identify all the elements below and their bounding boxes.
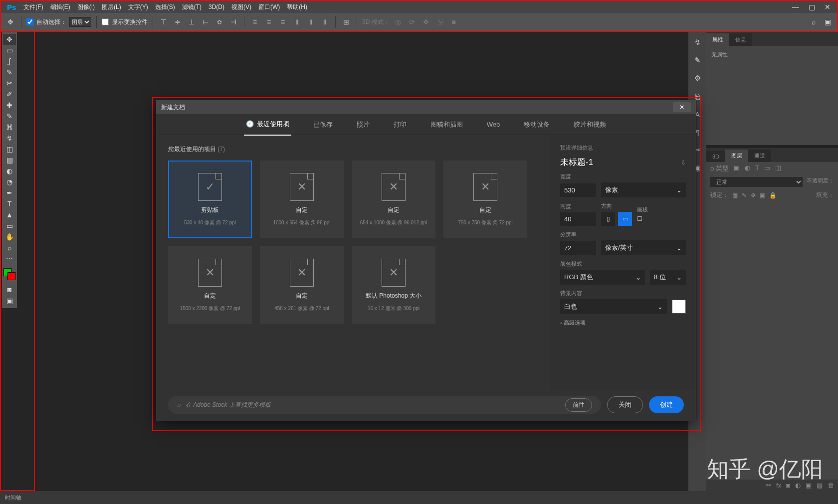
close-button[interactable]: 关闭 xyxy=(607,396,643,413)
tab-web[interactable]: Web xyxy=(485,115,502,134)
preset-card[interactable]: ✕ 自定 458 x 261 像素 @ 72 ppi xyxy=(260,246,344,324)
3d-slide-icon[interactable]: ⇲ xyxy=(434,16,445,27)
align-top-icon[interactable]: ⊤ xyxy=(158,16,169,27)
preset-card[interactable]: ✕ 默认 Photoshop 大小 16 x 12 厘米 @ 300 ppi xyxy=(352,246,435,324)
create-button[interactable]: 创建 xyxy=(649,396,684,413)
menu-window[interactable]: 窗口(W) xyxy=(255,3,283,11)
timeline-label[interactable]: 时间轴 xyxy=(5,494,21,502)
blur-tool-icon[interactable]: ◐ xyxy=(3,166,16,176)
lasso-tool-icon[interactable]: ʆ xyxy=(3,56,16,67)
filter-smart-icon[interactable]: ◫ xyxy=(775,164,781,173)
artboard-checkbox[interactable]: ☐ xyxy=(637,215,648,222)
eyedropper-tool-icon[interactable]: ✐ xyxy=(3,89,16,100)
distribute-right-icon[interactable]: ⦀ xyxy=(319,16,330,27)
color-depth-select[interactable]: 8 位⌄ xyxy=(650,270,686,285)
align-left-icon[interactable]: ⊢ xyxy=(200,16,211,27)
show-transform-checkbox[interactable] xyxy=(102,18,109,25)
orient-portrait[interactable]: ▯ xyxy=(601,212,615,226)
window-close-icon[interactable]: ✕ xyxy=(820,3,835,11)
menu-help[interactable]: 帮助(H) xyxy=(283,3,311,11)
tab-3d[interactable]: 3D xyxy=(706,151,725,162)
lock-pixels-icon[interactable]: ✎ xyxy=(742,192,747,199)
quick-select-tool-icon[interactable]: ✎ xyxy=(3,67,16,78)
menu-filter[interactable]: 滤镜(T) xyxy=(179,3,205,11)
tab-recent[interactable]: 🕘最近使用项 xyxy=(244,114,291,136)
preset-card[interactable]: ✕ 自定 750 x 750 像素 @ 72 ppi xyxy=(443,161,527,238)
align-bottom-icon[interactable]: ⊥ xyxy=(186,16,197,27)
distribute-vcenter-icon[interactable]: ≡ xyxy=(263,16,274,27)
auto-select-target[interactable]: 图层 xyxy=(69,17,91,27)
stock-search[interactable]: ⌕ 在 Adobe Stock 上查找更多模板 前往 xyxy=(168,396,601,414)
tab-layers[interactable]: 图层 xyxy=(725,150,748,162)
screen-mode-icon[interactable]: ▣ xyxy=(3,295,16,306)
tab-info[interactable]: 信息 xyxy=(729,33,752,46)
resolution-unit-select[interactable]: 像素/英寸⌄ xyxy=(601,240,686,255)
tab-mobile[interactable]: 移动设备 xyxy=(522,114,552,135)
filter-pixel-icon[interactable]: ▣ xyxy=(734,164,740,173)
3d-zoom-icon[interactable]: ■ xyxy=(448,16,459,27)
color-swatch[interactable] xyxy=(3,268,15,280)
workspace-icon[interactable]: ▣ xyxy=(822,16,833,27)
type-tool-icon[interactable]: T xyxy=(3,198,16,209)
resolution-input[interactable] xyxy=(560,241,596,255)
preset-card[interactable]: ✕ 自定 1000 x 654 像素 @ 96 ppi xyxy=(260,161,344,238)
preset-card[interactable]: ✕ 自定 654 x 1000 像素 @ 96.012 ppi xyxy=(352,161,435,238)
lock-artboard-icon[interactable]: ▣ xyxy=(760,192,765,199)
auto-align-icon[interactable]: ⊞ xyxy=(341,16,352,27)
height-input[interactable] xyxy=(560,212,596,226)
menu-file[interactable]: 文件(F) xyxy=(20,3,46,11)
dialog-close-icon[interactable]: ✕ xyxy=(673,102,691,112)
history-brush-tool-icon[interactable]: ↯ xyxy=(3,133,16,144)
align-hcenter-icon[interactable]: ≎ xyxy=(214,16,225,27)
filter-shape-icon[interactable]: ▭ xyxy=(764,164,770,173)
doc-name[interactable]: 未标题-1 xyxy=(560,157,593,168)
tab-print[interactable]: 打印 xyxy=(392,114,409,135)
filter-kind-select[interactable]: ρ 类型 xyxy=(710,164,729,173)
lock-transparent-icon[interactable]: ▦ xyxy=(732,192,738,199)
search-icon[interactable]: ⌕ xyxy=(808,16,819,27)
distribute-top-icon[interactable]: ≡ xyxy=(249,16,260,27)
healing-tool-icon[interactable]: ✚ xyxy=(3,100,16,111)
brush-panel-icon[interactable]: ✎ xyxy=(692,55,703,66)
3d-orbit-icon[interactable]: ◎ xyxy=(393,16,404,27)
tab-photo[interactable]: 照片 xyxy=(355,114,372,135)
eraser-tool-icon[interactable]: ◫ xyxy=(3,144,16,155)
brush-settings-icon[interactable]: ⚙ xyxy=(692,73,703,84)
preset-card[interactable]: ✕ 自定 1500 x 2200 像素 @ 72 ppi xyxy=(168,246,252,324)
filter-type-icon[interactable]: T xyxy=(755,164,759,173)
move-tool-icon[interactable]: ✥ xyxy=(5,16,16,27)
marquee-tool-icon[interactable]: ▭ xyxy=(3,45,16,56)
save-preset-icon[interactable]: ⇩ xyxy=(681,159,686,166)
color-mode-select[interactable]: RGB 颜色⌄ xyxy=(560,270,645,285)
tab-channels[interactable]: 通道 xyxy=(748,150,771,162)
window-maximize-icon[interactable]: ▢ xyxy=(804,3,819,11)
path-select-tool-icon[interactable]: ▲ xyxy=(3,209,16,220)
menu-image[interactable]: 图像(I) xyxy=(74,3,98,11)
window-minimize-icon[interactable]: — xyxy=(788,3,803,11)
align-right-icon[interactable]: ⊣ xyxy=(228,16,239,27)
menu-select[interactable]: 选择(S) xyxy=(152,3,179,11)
move-tool-icon[interactable]: ✥ xyxy=(3,34,16,45)
gradient-tool-icon[interactable]: ▤ xyxy=(3,155,16,166)
brush-tool-icon[interactable]: ✎ xyxy=(3,111,16,122)
tab-properties[interactable]: 属性 xyxy=(706,33,729,46)
menu-layer[interactable]: 图层(L) xyxy=(98,3,125,11)
delete-layer-icon[interactable]: 🗑 xyxy=(828,482,834,489)
lock-all-icon[interactable]: 🔒 xyxy=(769,192,777,199)
distribute-hcenter-icon[interactable]: ⦀ xyxy=(305,16,316,27)
align-vcenter-icon[interactable]: ≑ xyxy=(172,16,183,27)
shape-tool-icon[interactable]: ▭ xyxy=(3,220,16,231)
history-panel-icon[interactable]: ↯ xyxy=(692,37,703,48)
edit-toolbar-icon[interactable]: ⋯ xyxy=(3,253,16,264)
menu-type[interactable]: 文字(Y) xyxy=(125,3,152,11)
filter-adjust-icon[interactable]: ◐ xyxy=(745,164,750,173)
menu-view[interactable]: 视图(V) xyxy=(228,3,255,11)
3d-roll-icon[interactable]: ⟳ xyxy=(407,16,418,27)
bg-select[interactable]: 白色⌄ xyxy=(560,299,667,314)
pen-tool-icon[interactable]: ✒ xyxy=(3,187,16,198)
stamp-tool-icon[interactable]: ⌘ xyxy=(3,122,16,133)
zoom-tool-icon[interactable]: ⌕ xyxy=(3,242,16,253)
dodge-tool-icon[interactable]: ◔ xyxy=(3,176,16,187)
auto-select-checkbox[interactable] xyxy=(26,18,33,25)
width-unit-select[interactable]: 像素⌄ xyxy=(601,182,686,197)
